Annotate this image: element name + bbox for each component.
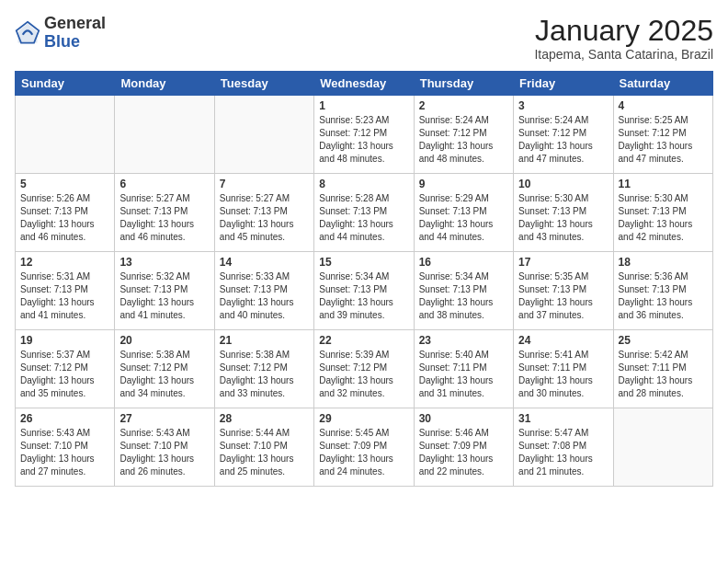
day-info: Sunrise: 5:34 AMSunset: 7:13 PMDaylight:… [319, 270, 408, 322]
day-number: 30 [419, 412, 508, 425]
day-info: Sunrise: 5:24 AMSunset: 7:12 PMDaylight:… [518, 114, 608, 166]
day-cell [16, 96, 115, 174]
day-info: Sunrise: 5:41 AMSunset: 7:11 PMDaylight:… [518, 349, 608, 400]
day-number: 31 [518, 412, 608, 425]
day-info: Sunrise: 5:38 AMSunset: 7:12 PMDaylight:… [220, 349, 309, 400]
day-number: 11 [619, 178, 708, 190]
day-cell: 14Sunrise: 5:33 AMSunset: 7:13 PMDayligh… [214, 252, 313, 330]
weekday-header-tuesday: Tuesday [214, 72, 313, 96]
day-number: 7 [220, 178, 309, 190]
day-cell: 28Sunrise: 5:44 AMSunset: 7:10 PMDayligh… [214, 408, 313, 487]
day-cell: 20Sunrise: 5:38 AMSunset: 7:12 PMDayligh… [115, 330, 214, 408]
day-info: Sunrise: 5:37 AMSunset: 7:12 PMDaylight:… [20, 349, 109, 400]
calendar-subtitle: Itapema, Santa Catarina, Brazil [534, 47, 713, 62]
calendar-table: SundayMondayTuesdayWednesdayThursdayFrid… [15, 71, 713, 487]
day-info: Sunrise: 5:27 AMSunset: 7:13 PMDaylight:… [220, 192, 309, 244]
day-cell: 16Sunrise: 5:34 AMSunset: 7:13 PMDayligh… [414, 252, 513, 330]
day-cell: 31Sunrise: 5:47 AMSunset: 7:08 PMDayligh… [514, 408, 613, 487]
day-number: 13 [119, 256, 209, 269]
day-info: Sunrise: 5:30 AMSunset: 7:13 PMDaylight:… [619, 192, 708, 244]
day-info: Sunrise: 5:42 AMSunset: 7:11 PMDaylight:… [619, 349, 708, 400]
day-info: Sunrise: 5:40 AMSunset: 7:11 PMDaylight:… [419, 349, 508, 400]
weekday-header-row: SundayMondayTuesdayWednesdayThursdayFrid… [16, 72, 713, 96]
day-info: Sunrise: 5:43 AMSunset: 7:10 PMDaylight:… [119, 427, 209, 478]
day-number: 10 [518, 178, 608, 190]
logo-icon [15, 20, 40, 46]
weekday-header-wednesday: Wednesday [314, 72, 414, 96]
day-info: Sunrise: 5:34 AMSunset: 7:13 PMDaylight:… [419, 270, 508, 322]
day-info: Sunrise: 5:30 AMSunset: 7:13 PMDaylight:… [518, 192, 608, 244]
day-number: 28 [220, 412, 309, 425]
day-cell: 23Sunrise: 5:40 AMSunset: 7:11 PMDayligh… [414, 330, 513, 408]
day-number: 29 [319, 412, 408, 425]
day-cell: 1Sunrise: 5:23 AMSunset: 7:12 PMDaylight… [314, 96, 414, 174]
weekday-header-monday: Monday [115, 72, 214, 96]
day-cell [115, 96, 214, 174]
day-number: 12 [20, 256, 109, 269]
day-cell [613, 408, 712, 487]
logo-blue-text: Blue [44, 32, 80, 51]
day-info: Sunrise: 5:36 AMSunset: 7:13 PMDaylight:… [619, 270, 708, 322]
day-cell: 2Sunrise: 5:24 AMSunset: 7:12 PMDaylight… [414, 96, 513, 174]
day-number: 27 [119, 412, 209, 425]
weekday-header-thursday: Thursday [414, 72, 513, 96]
day-cell: 12Sunrise: 5:31 AMSunset: 7:13 PMDayligh… [16, 252, 115, 330]
calendar-title: January 2025 [534, 15, 713, 47]
day-info: Sunrise: 5:33 AMSunset: 7:13 PMDaylight:… [220, 270, 309, 322]
day-number: 8 [319, 178, 408, 190]
week-row-5: 26Sunrise: 5:43 AMSunset: 7:10 PMDayligh… [16, 408, 713, 487]
day-number: 17 [518, 256, 608, 269]
day-number: 25 [619, 334, 708, 347]
header: General Blue January 2025 Itapema, Santa… [15, 15, 713, 62]
day-cell: 8Sunrise: 5:28 AMSunset: 7:13 PMDaylight… [314, 174, 414, 252]
day-info: Sunrise: 5:28 AMSunset: 7:13 PMDaylight:… [319, 192, 408, 244]
day-info: Sunrise: 5:26 AMSunset: 7:13 PMDaylight:… [20, 192, 109, 244]
day-number: 24 [518, 334, 608, 347]
day-number: 6 [119, 178, 209, 190]
logo-general-text: General [44, 14, 106, 32]
day-cell: 30Sunrise: 5:46 AMSunset: 7:09 PMDayligh… [414, 408, 513, 487]
day-cell: 9Sunrise: 5:29 AMSunset: 7:13 PMDaylight… [414, 174, 513, 252]
day-cell [214, 96, 313, 174]
day-cell: 26Sunrise: 5:43 AMSunset: 7:10 PMDayligh… [16, 408, 115, 487]
day-cell: 27Sunrise: 5:43 AMSunset: 7:10 PMDayligh… [115, 408, 214, 487]
weekday-header-friday: Friday [514, 72, 613, 96]
day-number: 14 [220, 256, 309, 269]
day-info: Sunrise: 5:31 AMSunset: 7:13 PMDaylight:… [20, 270, 109, 322]
day-cell: 7Sunrise: 5:27 AMSunset: 7:13 PMDaylight… [214, 174, 313, 252]
day-number: 9 [419, 178, 508, 190]
day-cell: 3Sunrise: 5:24 AMSunset: 7:12 PMDaylight… [514, 96, 613, 174]
day-info: Sunrise: 5:38 AMSunset: 7:12 PMDaylight:… [119, 349, 209, 400]
day-info: Sunrise: 5:44 AMSunset: 7:10 PMDaylight:… [220, 427, 309, 478]
weekday-header-sunday: Sunday [16, 72, 115, 96]
day-info: Sunrise: 5:45 AMSunset: 7:09 PMDaylight:… [319, 427, 408, 478]
day-number: 18 [619, 256, 708, 269]
day-cell: 21Sunrise: 5:38 AMSunset: 7:12 PMDayligh… [214, 330, 313, 408]
day-number: 26 [20, 412, 109, 425]
day-number: 5 [20, 178, 109, 190]
day-info: Sunrise: 5:23 AMSunset: 7:12 PMDaylight:… [319, 114, 408, 166]
day-cell: 11Sunrise: 5:30 AMSunset: 7:13 PMDayligh… [613, 174, 712, 252]
day-cell: 13Sunrise: 5:32 AMSunset: 7:13 PMDayligh… [115, 252, 214, 330]
day-number: 20 [119, 334, 209, 347]
day-info: Sunrise: 5:35 AMSunset: 7:13 PMDaylight:… [518, 270, 608, 322]
day-number: 23 [419, 334, 508, 347]
day-info: Sunrise: 5:39 AMSunset: 7:12 PMDaylight:… [319, 349, 408, 400]
day-info: Sunrise: 5:46 AMSunset: 7:09 PMDaylight:… [419, 427, 508, 478]
week-row-2: 5Sunrise: 5:26 AMSunset: 7:13 PMDaylight… [16, 174, 713, 252]
day-cell: 15Sunrise: 5:34 AMSunset: 7:13 PMDayligh… [314, 252, 414, 330]
day-info: Sunrise: 5:24 AMSunset: 7:12 PMDaylight:… [419, 114, 508, 166]
week-row-4: 19Sunrise: 5:37 AMSunset: 7:12 PMDayligh… [16, 330, 713, 408]
day-info: Sunrise: 5:29 AMSunset: 7:13 PMDaylight:… [419, 192, 508, 244]
day-number: 1 [319, 99, 408, 112]
day-number: 19 [20, 334, 109, 347]
day-info: Sunrise: 5:47 AMSunset: 7:08 PMDaylight:… [518, 427, 608, 478]
day-number: 2 [419, 99, 508, 112]
title-area: January 2025 Itapema, Santa Catarina, Br… [534, 15, 713, 62]
week-row-3: 12Sunrise: 5:31 AMSunset: 7:13 PMDayligh… [16, 252, 713, 330]
day-cell: 19Sunrise: 5:37 AMSunset: 7:12 PMDayligh… [16, 330, 115, 408]
day-number: 22 [319, 334, 408, 347]
day-number: 21 [220, 334, 309, 347]
day-number: 4 [619, 99, 708, 112]
day-number: 15 [319, 256, 408, 269]
